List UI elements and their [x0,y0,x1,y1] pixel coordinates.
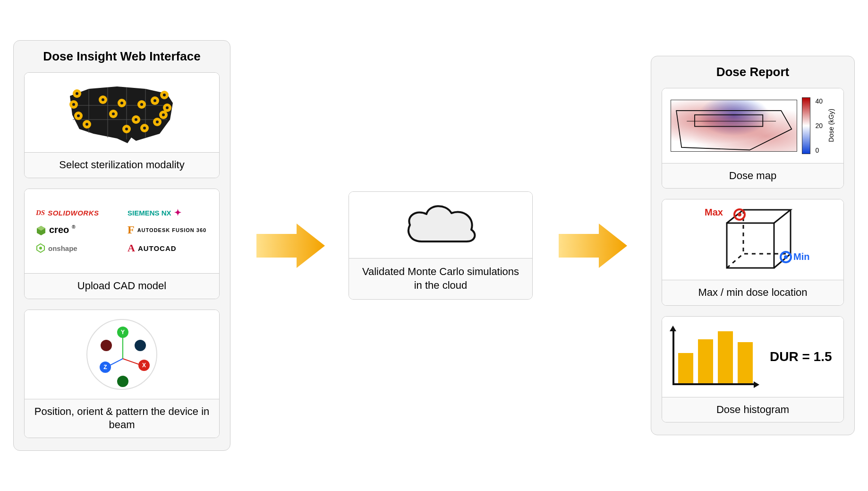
logo-siemensnx: SIEMENS NX ✦ [128,207,208,218]
card-caption: Upload CAD model [25,273,219,299]
svg-point-1 [72,103,75,106]
right-panel: Dose Report 40 20 0 Dose ( [651,56,855,436]
svg-point-45 [738,213,741,216]
orientation-gizmo-icon: Y X Z [86,319,157,390]
colorbar-ticks: 40 20 0 [815,97,823,154]
svg-point-25 [156,121,159,123]
colorbar-label: Dose (kGy) [827,109,835,142]
arrow-right-icon [554,220,630,272]
svg-point-47 [784,255,788,259]
card-position-orient: Y X Z Position, orient & pattern the dev… [24,310,220,438]
cad-logos-visual: DS SOLIDWORKS SIEMENS NX ✦ creo® F AUTOD… [25,189,219,273]
usa-map-icon [60,77,183,148]
svg-rect-41 [695,115,763,126]
cube-visual: Max Min [662,199,843,280]
svg-point-5 [77,114,80,117]
colorbar-icon [802,97,810,154]
svg-point-21 [143,127,146,129]
logo-autocad: A AUTOCAD [128,242,208,254]
left-panel-title: Dose Insight Web Interface [24,49,220,64]
hex-green-icon [36,243,45,253]
svg-point-29 [166,106,169,109]
arrow-center-to-right [550,220,634,272]
logo-onshape: onshape [36,242,116,254]
center-caption: Validated Monte Carlo simulations in the… [349,258,532,299]
card-histogram: DUR = 1.5 Dose histogram [662,316,844,423]
center-card: Validated Monte Carlo simulations in the… [349,191,533,299]
svg-point-35 [39,247,42,250]
min-label: Min [793,251,809,262]
svg-point-19 [140,103,143,106]
right-panel-title: Dose Report [662,65,844,79]
svg-point-7 [85,123,88,126]
logo-solidworks: DS SOLIDWORKS [36,207,116,218]
max-label: Max [705,207,723,218]
svg-point-31 [162,113,165,116]
bar-chart-icon [672,328,757,385]
left-panel: Dose Insight Web Interface [13,40,230,450]
orientation-visual: Y X Z [25,310,219,399]
cloud-icon [400,199,481,251]
svg-marker-39 [256,224,325,268]
card-caption: Select sterilization modality [25,152,219,178]
card-dose-map: 40 20 0 Dose (kGy) Dose map [662,88,844,189]
svg-marker-48 [670,326,676,331]
svg-marker-40 [559,224,627,268]
card-max-min: Max Min Max / min dose location [662,199,844,306]
usa-map-visual [25,73,219,152]
card-caption: Position, orient & pattern the device in… [25,399,219,438]
svg-point-15 [125,128,128,130]
cloud-visual [349,192,532,258]
svg-point-9 [102,98,104,101]
card-caption: Dose histogram [662,397,843,422]
arrow-right-icon [252,220,327,272]
card-caption: Max / min dose location [662,280,843,305]
cube-green-icon [36,225,46,235]
svg-point-3 [76,92,78,95]
svg-marker-49 [754,381,759,388]
svg-point-17 [135,118,137,121]
card-select-modality: Select sterilization modality [24,72,220,178]
dur-value: DUR = 1.5 [770,349,832,364]
svg-point-23 [153,99,156,102]
logo-fusion360: F AUTODESK FUSION 360 [128,224,208,236]
heatmap-icon [671,100,797,152]
svg-point-13 [120,102,123,104]
svg-point-11 [112,112,115,115]
logo-creo: creo® [36,224,116,236]
card-caption: Dose map [662,163,843,189]
svg-point-27 [163,94,166,96]
histogram-visual: DUR = 1.5 [662,317,843,397]
dose-map-visual: 40 20 0 Dose (kGy) [662,88,843,163]
card-upload-cad: DS SOLIDWORKS SIEMENS NX ✦ creo® F AUTOD… [24,189,220,299]
arrow-left-to-center [247,220,332,272]
